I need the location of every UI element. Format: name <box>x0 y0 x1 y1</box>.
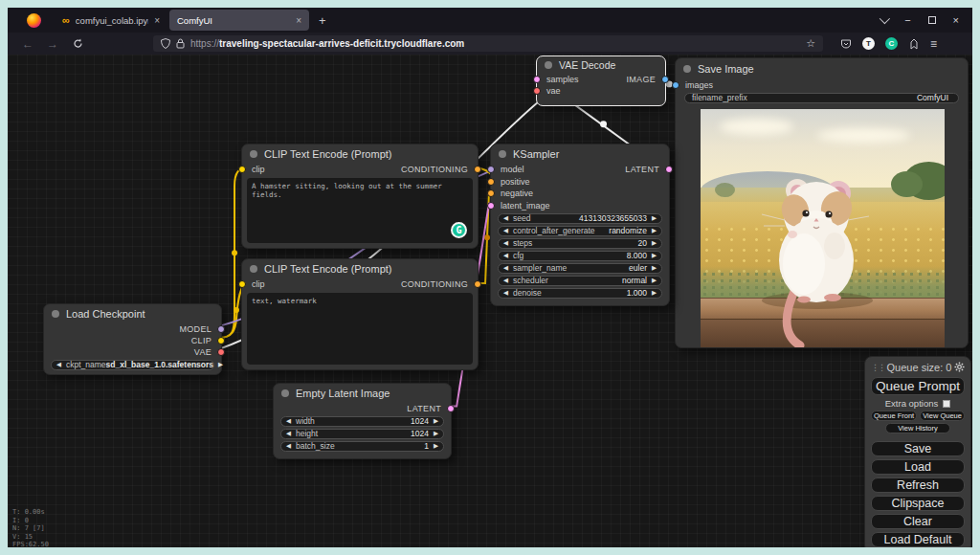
view-history-button[interactable]: View History <box>885 423 950 433</box>
collapse-dot-icon[interactable] <box>545 61 552 69</box>
decrement-arrow-icon[interactable]: ◀ <box>503 239 508 247</box>
decrement-arrow-icon[interactable]: ◀ <box>503 214 508 222</box>
tab-colab[interactable]: ∞ comfyui_colab.ipynb - Colabora × <box>55 10 167 31</box>
drag-handle-icon[interactable]: ⋮⋮ <box>871 363 884 372</box>
tab-comfyui[interactable]: ComfyUI × <box>169 10 309 31</box>
increment-arrow-icon[interactable]: ▶ <box>434 417 438 425</box>
output-pin-vae[interactable] <box>217 348 225 356</box>
decrement-arrow-icon[interactable]: ◀ <box>503 252 508 259</box>
output-pin-conditioning[interactable] <box>474 166 481 173</box>
increment-arrow-icon[interactable]: ▶ <box>434 430 438 437</box>
decrement-arrow-icon[interactable]: ◀ <box>503 227 508 234</box>
node-vae-decode[interactable]: VAE Decode samples IMAGE vae <box>536 56 666 106</box>
clipspace-button[interactable]: Clipspace <box>871 496 965 511</box>
widget-height[interactable]: ◀ height 1024 ▶ <box>280 429 444 440</box>
widget-steps[interactable]: ◀ steps 20 ▶ <box>498 238 662 250</box>
reload-button[interactable] <box>67 35 88 53</box>
widget-width[interactable]: ◀ width 1024 ▶ <box>280 416 444 428</box>
input-pin-vae[interactable] <box>533 87 541 95</box>
output-pin-model[interactable] <box>217 325 225 333</box>
back-button[interactable]: ← <box>17 37 38 51</box>
input-pin-clip[interactable] <box>238 280 246 288</box>
output-pin-clip[interactable] <box>217 337 225 344</box>
output-pin-latent[interactable] <box>665 166 673 173</box>
comfyui-graph-canvas[interactable]: VAE Decode samples IMAGE vae Save Image … <box>8 55 972 547</box>
queue-prompt-button[interactable]: Queue Prompt <box>871 377 965 395</box>
decrement-arrow-icon[interactable]: ◀ <box>286 417 291 425</box>
window-close-button[interactable]: × <box>953 14 959 26</box>
node-empty-latent-image[interactable]: Empty Latent Image LATENT ◀ width 1024 ▶… <box>273 383 452 459</box>
collapse-dot-icon[interactable] <box>250 150 257 158</box>
output-pin-latent[interactable] <box>447 405 455 412</box>
collapse-dot-icon[interactable] <box>52 310 59 318</box>
node-save-image[interactable]: Save Image images filename_prefix ComfyU… <box>675 57 969 348</box>
input-pin-latent-image[interactable] <box>487 202 495 210</box>
lock-icon[interactable] <box>176 38 185 49</box>
input-pin-clip[interactable] <box>238 166 246 173</box>
increment-arrow-icon[interactable]: ▶ <box>652 264 657 272</box>
increment-arrow-icon[interactable]: ▶ <box>434 442 438 450</box>
prompt-textarea[interactable]: text, watermark <box>247 293 473 365</box>
refresh-button[interactable]: Refresh <box>871 477 965 493</box>
window-maximize-button[interactable] <box>928 16 936 24</box>
widget-ckpt-name[interactable]: ◀ ckpt_name sd_xl_base_1.0.safetensors ▶ <box>51 360 214 371</box>
tracking-shield-icon[interactable] <box>161 38 170 49</box>
tab-list-chevron-icon[interactable] <box>880 13 890 24</box>
input-pin-samples[interactable] <box>533 76 541 83</box>
load-default-button[interactable]: Load Default <box>871 532 965 547</box>
decrement-arrow-icon[interactable]: ◀ <box>56 361 61 368</box>
bookmark-star-icon[interactable]: ☆ <box>806 37 815 50</box>
increment-arrow-icon[interactable]: ▶ <box>652 227 657 234</box>
node-load-checkpoint[interactable]: Load Checkpoint MODEL CLIP VAE ◀ ckpt_na… <box>43 303 222 375</box>
increment-arrow-icon[interactable]: ▶ <box>652 289 657 297</box>
increment-arrow-icon[interactable]: ▶ <box>652 239 657 247</box>
node-ksampler[interactable]: KSampler model LATENT positive negative … <box>490 144 670 306</box>
clear-button[interactable]: Clear <box>871 514 965 529</box>
collapse-dot-icon[interactable] <box>281 389 289 397</box>
increment-arrow-icon[interactable]: ▶ <box>652 252 657 259</box>
widget-denoise[interactable]: ◀ denoise 1.000 ▶ <box>498 288 662 300</box>
decrement-arrow-icon[interactable]: ◀ <box>503 264 508 272</box>
grammarly-badge-icon[interactable]: G <box>451 222 467 238</box>
load-button[interactable]: Load <box>871 459 965 475</box>
widget-control-after-generate[interactable]: ◀ control_after_generate randomize ▶ <box>498 226 662 237</box>
prompt-textarea[interactable]: A hamster sitting, looking out at the su… <box>247 178 473 243</box>
decrement-arrow-icon[interactable]: ◀ <box>503 277 508 284</box>
node-clip-text-encode-positive[interactable]: CLIP Text Encode (Prompt) clip CONDITION… <box>241 144 479 249</box>
tab-close-icon[interactable]: × <box>154 15 160 26</box>
increment-arrow-icon[interactable]: ▶ <box>652 214 657 222</box>
save-button[interactable]: Save <box>871 441 965 456</box>
extra-options-checkbox[interactable] <box>943 400 950 408</box>
collapse-dot-icon[interactable] <box>683 65 691 73</box>
extension-t-icon[interactable]: T <box>862 37 875 50</box>
grammarly-extension-icon[interactable]: C <box>885 37 898 50</box>
widget-batch-size[interactable]: ◀ batch_size 1 ▶ <box>280 441 444 453</box>
widget-value[interactable]: ComfyUI <box>917 93 948 102</box>
widget-scheduler[interactable]: ◀ scheduler normal ▶ <box>498 276 662 287</box>
widget-sampler-name[interactable]: ◀ sampler_name euler ▶ <box>498 263 662 275</box>
widget-seed[interactable]: ◀ seed 413130323655033 ▶ <box>498 213 662 225</box>
forward-button[interactable]: → <box>42 37 63 51</box>
decrement-arrow-icon[interactable]: ◀ <box>286 430 291 437</box>
window-minimize-button[interactable]: − <box>904 14 910 26</box>
save-page-icon[interactable] <box>908 38 920 50</box>
input-pin-positive[interactable] <box>487 178 495 186</box>
tab-close-icon[interactable]: × <box>296 15 301 26</box>
widget-cfg[interactable]: ◀ cfg 8.000 ▶ <box>498 251 662 262</box>
view-queue-button[interactable]: View Queue <box>920 411 965 421</box>
decrement-arrow-icon[interactable]: ◀ <box>503 289 508 297</box>
url-bar[interactable]: https://traveling-spectacular-arrives-de… <box>153 35 823 52</box>
pocket-icon[interactable] <box>840 38 852 50</box>
settings-gear-icon[interactable] <box>954 362 965 372</box>
collapse-dot-icon[interactable] <box>250 265 257 273</box>
node-clip-text-encode-negative[interactable]: CLIP Text Encode (Prompt) clip CONDITION… <box>241 258 479 370</box>
input-pin-images[interactable] <box>672 81 679 89</box>
new-tab-button[interactable]: + <box>319 13 326 28</box>
increment-arrow-icon[interactable]: ▶ <box>218 361 223 368</box>
input-pin-model[interactable] <box>487 166 495 173</box>
output-pin-conditioning[interactable] <box>474 280 481 288</box>
hamburger-menu-icon[interactable]: ≡ <box>930 37 937 51</box>
decrement-arrow-icon[interactable]: ◀ <box>286 442 291 450</box>
increment-arrow-icon[interactable]: ▶ <box>652 277 657 284</box>
queue-front-button[interactable]: Queue Front <box>871 411 917 421</box>
